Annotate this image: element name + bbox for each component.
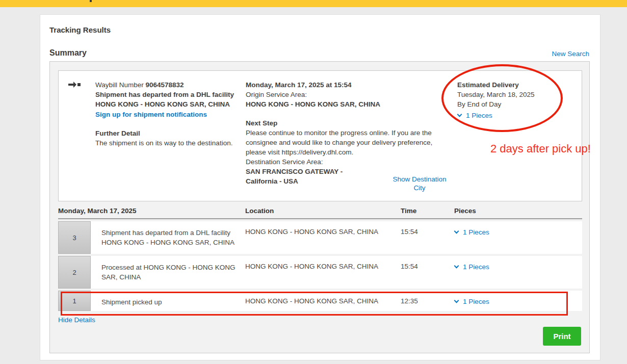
waybill-label: Waybill Number bbox=[95, 81, 146, 89]
table-header-row: Monday, March 17, 2025 Location Time Pie… bbox=[58, 207, 582, 219]
waybill-line: Waybill Number 9064578832 bbox=[95, 80, 246, 90]
estimated-delivery-column: Estimated Delivery Tuesday, March 18, 20… bbox=[457, 80, 582, 201]
next-step-text: Please continue to monitor the progress … bbox=[246, 128, 446, 157]
status-icon-column bbox=[62, 80, 95, 201]
tracking-results-card: Tracking Results Summary New Search Wayb… bbox=[40, 14, 600, 360]
description-line1: Shipment picked up bbox=[101, 297, 242, 307]
checkpoint-location: HONG KONG - HONG KONG SAR, CHINA bbox=[245, 291, 401, 311]
checkpoint-pieces: 1 Pieces bbox=[454, 291, 582, 311]
status-detail-column: Monday, March 17, 2025 at 15:54 Origin S… bbox=[246, 80, 457, 201]
destination-service-area-label: Destination Service Area: bbox=[246, 157, 457, 167]
brand-top-bar bbox=[0, 0, 627, 7]
pieces-label: 1 Pieces bbox=[463, 263, 489, 271]
print-button[interactable]: Print bbox=[543, 327, 581, 346]
pieces-label: 1 Pieces bbox=[463, 228, 489, 236]
chevron-down-icon bbox=[457, 112, 462, 117]
summary-heading: Summary bbox=[49, 48, 87, 58]
show-destination-city-link[interactable]: Show Destination City bbox=[390, 175, 449, 192]
summary-box: Waybill Number 9064578832 Shipment has d… bbox=[49, 61, 590, 353]
description-line1: Processed at HONG KONG - HONG KONG bbox=[101, 263, 242, 272]
origin-service-area-label: Origin Service Area: bbox=[246, 90, 457, 99]
description-line2: HONG KONG - HONG KONG SAR, CHINA bbox=[101, 238, 242, 247]
in-transit-arrow-icon bbox=[68, 82, 95, 88]
new-search-link[interactable]: New Search bbox=[552, 50, 589, 58]
estimated-delivery-time: By End of Day bbox=[457, 99, 582, 109]
checkpoint-pieces: 1 Pieces bbox=[454, 256, 582, 289]
estimated-delivery-heading: Estimated Delivery bbox=[457, 80, 582, 90]
chevron-down-icon bbox=[454, 298, 459, 303]
signup-notifications-link[interactable]: Sign up for shipment notifications bbox=[95, 110, 207, 119]
checkpoint-time: 12:35 bbox=[401, 291, 454, 311]
status-datetime: Monday, March 17, 2025 at 15:54 bbox=[246, 80, 457, 90]
next-step-heading: Next Step bbox=[246, 118, 457, 128]
pieces-label: 1 Pieces bbox=[466, 111, 492, 120]
checkpoint-description: Shipment has departed from a DHL facilit… bbox=[91, 221, 245, 254]
location-header: Location bbox=[245, 207, 401, 215]
page-title: Tracking Results bbox=[49, 25, 600, 34]
checkpoint-pieces: 1 Pieces bbox=[454, 221, 582, 254]
row-pieces-toggle[interactable]: 1 Pieces bbox=[454, 263, 489, 271]
estimated-pieces-toggle[interactable]: 1 Pieces bbox=[457, 111, 492, 120]
description-line2: SAR, CHINA bbox=[101, 272, 242, 282]
row-pieces-toggle[interactable]: 1 Pieces bbox=[454, 298, 489, 305]
checkpoint-description: Processed at HONG KONG - HONG KONG SAR, … bbox=[91, 256, 245, 289]
shipment-status-line1: Shipment has departed from a DHL facilit… bbox=[95, 90, 246, 99]
checkpoint-time: 15:54 bbox=[401, 256, 454, 289]
shipment-info-box: Waybill Number 9064578832 Shipment has d… bbox=[58, 70, 582, 201]
table-row: 3 Shipment has departed from a DHL facil… bbox=[58, 221, 582, 254]
cropped-nav-text bbox=[90, 0, 92, 2]
hide-details-link[interactable]: Hide Details bbox=[58, 316, 582, 324]
further-detail-text: The shipment is on its way to the destin… bbox=[95, 138, 246, 148]
waybill-column: Waybill Number 9064578832 Shipment has d… bbox=[95, 80, 246, 201]
time-header: Time bbox=[401, 207, 454, 215]
pieces-header: Pieces bbox=[454, 207, 582, 215]
waybill-number: 9064578832 bbox=[146, 81, 184, 89]
origin-service-area-value: HONG KONG - HONG KONG SAR, CHINA bbox=[246, 99, 457, 109]
checkpoint-number: 1 bbox=[58, 291, 91, 311]
table-row: 1 Shipment picked up HONG KONG - HONG KO… bbox=[58, 291, 582, 311]
summary-header-row: Summary New Search bbox=[49, 48, 589, 58]
checkpoint-time: 15:54 bbox=[401, 221, 454, 254]
destination-line2: California - USA bbox=[246, 176, 390, 186]
description-line1: Shipment has departed from a DHL facilit… bbox=[101, 228, 242, 238]
pieces-label: 1 Pieces bbox=[463, 298, 489, 305]
destination-value: SAN FRANCISCO GATEWAY - California - USA bbox=[246, 167, 390, 192]
row-pieces-toggle[interactable]: 1 Pieces bbox=[454, 228, 489, 236]
checkpoint-location: HONG KONG - HONG KONG SAR, CHINA bbox=[245, 221, 401, 254]
destination-line1: SAN FRANCISCO GATEWAY - bbox=[246, 167, 390, 176]
estimated-delivery-date: Tuesday, March 18, 2025 bbox=[457, 90, 582, 99]
chevron-down-icon bbox=[454, 229, 459, 234]
checkpoint-number: 2 bbox=[58, 256, 91, 289]
destination-row: SAN FRANCISCO GATEWAY - California - USA… bbox=[246, 167, 457, 192]
checkpoint-number: 3 bbox=[58, 221, 91, 254]
checkpoint-location: HONG KONG - HONG KONG SAR, CHINA bbox=[245, 256, 401, 289]
checkpoint-description: Shipment picked up bbox=[91, 291, 245, 311]
date-header: Monday, March 17, 2025 bbox=[58, 207, 245, 215]
chevron-down-icon bbox=[454, 264, 459, 269]
shipment-status-line2: HONG KONG - HONG KONG SAR, CHINA bbox=[95, 99, 246, 109]
table-row: 2 Processed at HONG KONG - HONG KONG SAR… bbox=[58, 256, 582, 289]
further-detail-heading: Further Detail bbox=[95, 128, 246, 138]
